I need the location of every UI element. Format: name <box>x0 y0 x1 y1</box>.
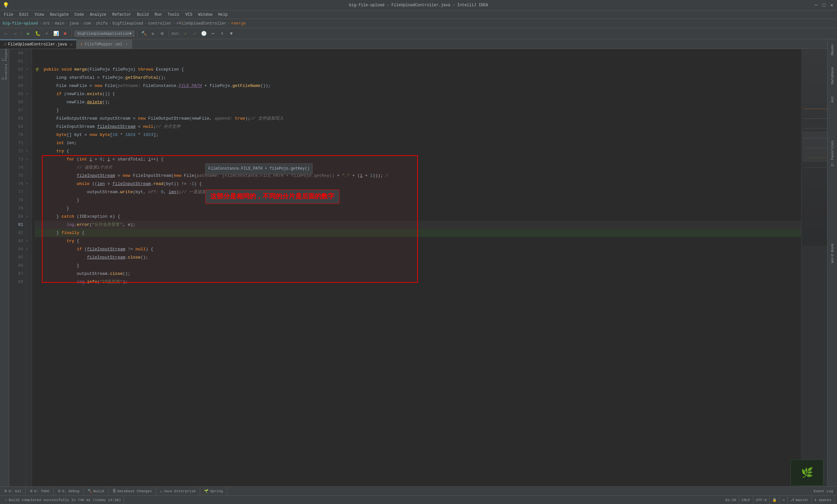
todo-panel-tab[interactable]: ⑥ 6: TODO <box>26 487 54 496</box>
build-panel-tab[interactable]: 🔨 Build <box>84 487 109 496</box>
menu-window[interactable]: Window <box>196 12 215 18</box>
menu-edit[interactable]: Edit <box>17 12 31 18</box>
build-project-button[interactable]: 🔨 <box>140 30 148 38</box>
breadcrumb-com[interactable]: com <box>84 21 91 26</box>
main-layout: 1: Project Z: Structure 60 61 62 63 64 6… <box>0 49 837 494</box>
editor-area[interactable]: 60 61 62 63 64 65 66 67 68 69 70 71 72 7… <box>9 49 837 494</box>
toolbar-sep4 <box>169 31 169 37</box>
breadcrumb-src[interactable]: src <box>43 21 50 26</box>
menu-run[interactable]: Run <box>152 12 164 18</box>
fold-62[interactable]: ▾ <box>26 65 32 74</box>
breadcrumb-zhifa[interactable]: zhifa <box>96 21 108 26</box>
breadcrumb-bigfileupload[interactable]: bigfileupload <box>112 21 143 26</box>
spring-panel-tab[interactable]: 🌱 Spring <box>200 487 227 496</box>
menu-build[interactable]: Build <box>135 12 152 18</box>
breadcrumb: big-file-upload › src › main › java › co… <box>0 19 837 28</box>
debug-panel-tab[interactable]: ⑤ 5: Debug <box>54 487 84 496</box>
wordbook-btn[interactable]: Word Book <box>830 241 835 265</box>
window-controls: ─ □ ✕ <box>814 3 834 8</box>
project-tool-btn[interactable]: 1: Project <box>0 50 9 59</box>
fold-76[interactable]: ▾ <box>26 180 32 188</box>
tab-fileuploadcontroller[interactable]: J FileUploadController.java ✕ <box>0 39 76 49</box>
git-clock[interactable]: 🕐 <box>200 30 208 38</box>
git-branch[interactable]: ⎇ master <box>788 496 812 504</box>
debug-button[interactable]: 🐛 <box>34 30 41 38</box>
database-tool-btn[interactable]: Database <box>830 65 835 87</box>
code-line-72: try { <box>35 147 801 155</box>
stop-button[interactable]: ■ <box>61 30 69 38</box>
menu-bar: File Edit View Navigate Code Analyze Ref… <box>0 11 837 19</box>
cursor-position[interactable]: 81:36 <box>723 496 739 504</box>
line-ending[interactable]: CRLF <box>739 496 753 504</box>
git-undo[interactable]: ↩ <box>209 30 217 38</box>
run-button[interactable]: ▶ <box>24 30 32 38</box>
close-button[interactable]: ✕ <box>829 3 834 8</box>
branch-name: master <box>796 498 809 502</box>
tab-fileuploadcontroller-label: FileUploadController.java <box>8 42 67 47</box>
code-line-63: Long shardTotal = filePojo. getShardTota… <box>35 74 801 82</box>
menu-view[interactable]: View <box>32 12 47 18</box>
db-changes-panel-tab[interactable]: 🗄 Database Changes <box>109 487 156 496</box>
java-enterprise-panel-tab[interactable]: ☕ Java Enterprise <box>156 487 200 496</box>
git-ok1[interactable]: ✓ <box>181 30 189 38</box>
profile-button[interactable]: 📊 <box>52 30 60 38</box>
breadcrumb-java[interactable]: java <box>69 21 79 26</box>
menu-tools[interactable]: Tools <box>165 12 182 18</box>
code-line-77: outputStream. write (byt, off: 0 , len )… <box>35 188 801 196</box>
code-line-84: if ( fileInputStream != null ) { <box>35 245 801 253</box>
run-config-dropdown[interactable]: BigFileUploadApplication ▼ <box>74 31 135 37</box>
lock-icon-item[interactable]: 🔒 <box>770 496 780 504</box>
run-config-arrow: ▼ <box>129 32 131 36</box>
tab-fileuploadcontroller-close[interactable]: ✕ <box>70 42 73 47</box>
fold-84[interactable]: ▾ <box>26 245 32 253</box>
code-editor[interactable]: 这部分是相同的，不同的分片是后面的数字 FileConstance.FILE_P… <box>32 49 801 494</box>
menu-code[interactable]: Code <box>72 12 87 18</box>
checkmark-icon: ✓ <box>5 498 7 502</box>
breadcrumb-main[interactable]: main <box>55 21 65 26</box>
maven-tool-btn[interactable]: Maven <box>830 42 835 58</box>
menu-navigate[interactable]: Navigate <box>47 12 71 18</box>
indent-icon: ⇥ <box>782 498 785 502</box>
fold-80[interactable]: ▾ <box>26 213 32 221</box>
code-line-75: fileInputStream = new FileInputStream ( … <box>35 172 801 180</box>
breadcrumb-class[interactable]: FileUploadController <box>179 21 226 26</box>
indent-spaces[interactable]: 4 spaces <box>812 496 834 504</box>
inline-hint-popup: FileConstance.FILE_PATH + filePojo.getKe… <box>205 163 313 174</box>
minimize-button[interactable]: ─ <box>814 3 819 8</box>
code-line-85: fileInputStream . close (); <box>35 253 801 262</box>
git-push[interactable]: ⬆ <box>218 30 226 38</box>
menu-refactor[interactable]: Refactor <box>109 12 134 18</box>
fold-65[interactable]: ▾ <box>26 90 32 98</box>
forward-button[interactable]: → <box>11 30 19 38</box>
coverage-button[interactable]: ⚡ <box>43 30 51 38</box>
breadcrumb-method[interactable]: merge <box>234 21 246 26</box>
code-line-81: log . error ( "分片合并异常" , e); <box>35 221 801 229</box>
breadcrumb-project[interactable]: big-file-upload <box>3 21 38 26</box>
sync-button[interactable]: ↻ <box>149 30 157 38</box>
git-misc[interactable]: ▼ <box>227 30 235 38</box>
git-ok2[interactable]: ✓ <box>191 30 198 38</box>
menu-analyze[interactable]: Analyze <box>87 12 109 18</box>
event-log-tab[interactable]: Event Log <box>810 489 837 493</box>
title-bar: 💡 big-file-upload - FileUploadController… <box>0 0 837 11</box>
menu-vcs[interactable]: VCS <box>183 12 195 18</box>
favorites-btn[interactable]: 2: Favorites <box>830 138 835 169</box>
build-label: Build <box>93 489 104 493</box>
structure-tool-btn[interactable]: Z: Structure <box>0 67 9 76</box>
menu-file[interactable]: File <box>1 12 16 18</box>
git-panel-tab[interactable]: ⑨ 9: Git <box>0 487 26 496</box>
fold-73[interactable]: ▾ <box>26 155 32 163</box>
tab-filetbmapper-close[interactable]: ✕ <box>126 42 128 47</box>
tab-filetbmapper[interactable]: X FileTbMapper.xml ✕ <box>76 39 132 49</box>
settings-button[interactable]: ⚙ <box>158 30 166 38</box>
run-config-label: BigFileUploadApplication <box>77 32 129 36</box>
breadcrumb-controller[interactable]: controller <box>148 21 172 26</box>
ant-tool-btn[interactable]: Ant <box>830 93 835 105</box>
maximize-button[interactable]: □ <box>821 3 826 8</box>
back-button[interactable]: ← <box>2 30 10 38</box>
fold-83[interactable]: ▾ <box>26 237 32 245</box>
encoding[interactable]: UTF-8 <box>753 496 770 504</box>
menu-help[interactable]: Help <box>215 12 230 18</box>
indent-icon-item[interactable]: ⇥ <box>780 496 788 504</box>
fold-72[interactable]: ▾ <box>26 147 32 155</box>
